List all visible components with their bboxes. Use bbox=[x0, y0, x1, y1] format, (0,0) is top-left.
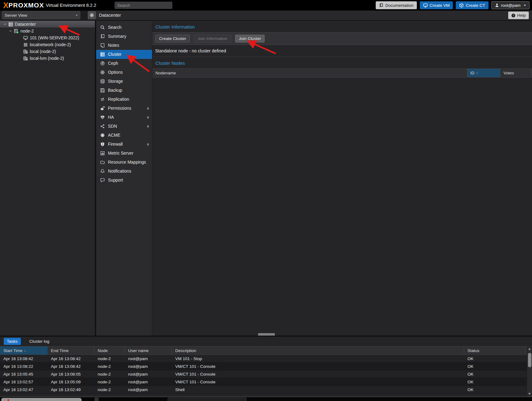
task-row[interactable]: Apr 16 13:08:22Apr 16 13:08:42node-2root… bbox=[0, 363, 532, 370]
menu-item-acme[interactable]: ACME bbox=[96, 131, 152, 140]
help-button[interactable]: ? Help bbox=[508, 11, 529, 19]
task-cell: OK bbox=[464, 363, 526, 370]
acme-icon bbox=[100, 133, 105, 138]
menu-item-options[interactable]: Options bbox=[96, 68, 152, 77]
menu-item-label: Resource Mappings bbox=[108, 160, 146, 165]
cube-icon bbox=[459, 3, 464, 8]
task-row[interactable]: Apr 16 13:08:42Apr 16 13:08:42node-2root… bbox=[0, 355, 532, 363]
tree-settings-button[interactable] bbox=[88, 11, 96, 19]
server-icon bbox=[7, 22, 14, 27]
join-cluster-button[interactable]: Join Cluster bbox=[235, 35, 265, 42]
menu-item-label: Firewall bbox=[108, 142, 123, 147]
tree-item-local-lvm-node-2[interactable]: local-lvm (node-2) bbox=[0, 55, 95, 62]
resource-tree-panel: Datacenternode-2101 (WIN-SERVER-2022)loc… bbox=[0, 20, 95, 336]
brand-name: PROXMOX bbox=[8, 2, 44, 9]
task-cell: root@pam bbox=[125, 378, 172, 386]
tree-item-local-node-2[interactable]: local (node-2) bbox=[0, 48, 95, 55]
tree-expander-icon[interactable] bbox=[2, 23, 7, 26]
menu-item-ha[interactable]: HA bbox=[96, 113, 152, 122]
chevron-down-icon bbox=[524, 5, 526, 6]
taskbar-dot-icon bbox=[7, 399, 9, 401]
tree-item-localnetwork-node-2[interactable]: localnetwork (node-2) bbox=[0, 41, 95, 48]
scrollbar-thumb[interactable] bbox=[528, 353, 531, 367]
menu-item-label: Options bbox=[108, 70, 123, 75]
task-row[interactable]: Apr 16 13:02:47Apr 16 13:02:49node-2root… bbox=[0, 386, 532, 394]
menu-item-label: HA bbox=[108, 115, 114, 120]
ceph-icon bbox=[100, 61, 105, 66]
task-cell: VM/CT 101 - Console bbox=[172, 370, 464, 378]
join-information-button[interactable]: Join Information bbox=[194, 35, 231, 42]
tasks-column-status[interactable]: Status bbox=[464, 346, 526, 355]
sdn-icon bbox=[100, 124, 105, 129]
menu-item-notes[interactable]: Notes bbox=[96, 41, 152, 50]
tab-tasks[interactable]: Tasks bbox=[4, 338, 21, 345]
lock-icon bbox=[100, 106, 105, 111]
task-row[interactable]: Apr 16 13:02:57Apr 16 13:05:09node-2root… bbox=[0, 378, 532, 386]
chart-icon bbox=[100, 151, 105, 156]
menu-item-backup[interactable]: Backup bbox=[96, 86, 152, 95]
nodes-column-nodename[interactable]: Nodename bbox=[152, 69, 467, 77]
network-icon bbox=[22, 43, 29, 47]
scroll-down-icon[interactable] bbox=[528, 393, 531, 395]
menu-item-notifications[interactable]: Notifications bbox=[96, 167, 152, 176]
heartbeat-icon bbox=[100, 115, 105, 120]
menu-item-sdn[interactable]: SDN bbox=[96, 122, 152, 131]
task-cell: node-2 bbox=[94, 355, 125, 362]
tasks-column-start-time[interactable]: Start Time↓ bbox=[0, 346, 47, 355]
menu-item-label: Metric Server bbox=[108, 151, 133, 156]
menu-item-ceph[interactable]: Ceph bbox=[96, 59, 152, 68]
task-cell: Apr 16 13:08:42 bbox=[0, 355, 47, 362]
task-cell: root@pam bbox=[125, 386, 172, 393]
tasks-column-end-time[interactable]: End Time bbox=[47, 346, 94, 355]
user-menu-button[interactable]: root@pam bbox=[491, 1, 530, 9]
breadcrumb: Datacenter bbox=[99, 13, 121, 18]
task-cell: node-2 bbox=[94, 378, 125, 386]
nodes-column-votes[interactable]: Votes bbox=[500, 69, 532, 77]
search-input[interactable] bbox=[114, 2, 172, 9]
menu-item-label: Search bbox=[108, 25, 122, 30]
tasks-column-user-name[interactable]: User name bbox=[125, 346, 172, 355]
menu-item-metric-server[interactable]: Metric Server bbox=[96, 149, 152, 158]
top-bar: X PROXMOX Virtual Environment 8.2.2 Docu… bbox=[0, 0, 532, 11]
menu-item-search[interactable]: Search bbox=[96, 23, 152, 32]
task-cell: node-2 bbox=[94, 363, 125, 370]
tree-item-101-win-server-2022[interactable]: 101 (WIN-SERVER-2022) bbox=[0, 34, 95, 41]
book-icon bbox=[379, 3, 383, 7]
task-cell: Apr 16 13:08:22 bbox=[0, 363, 47, 370]
menu-item-summary[interactable]: Summary bbox=[96, 32, 152, 41]
menu-item-support[interactable]: Support bbox=[96, 176, 152, 185]
view-selector-dropdown[interactable]: Server View ▾ bbox=[2, 11, 80, 19]
tree-item-datacenter[interactable]: Datacenter bbox=[0, 21, 95, 28]
caret-right-icon bbox=[147, 116, 149, 119]
task-cell: VM 101 - Stop bbox=[172, 355, 464, 362]
menu-item-cluster[interactable]: Cluster bbox=[96, 50, 152, 59]
tree-expander-icon[interactable] bbox=[8, 29, 13, 33]
menu-item-replication[interactable]: Replication bbox=[96, 95, 152, 104]
create-cluster-button[interactable]: Create Cluster bbox=[155, 35, 190, 42]
scroll-up-icon[interactable] bbox=[528, 348, 531, 350]
folder-icon bbox=[100, 160, 105, 165]
menu-item-label: Backup bbox=[108, 88, 122, 93]
tasks-table-header: Start Time↓End TimeNodeUser nameDescript… bbox=[0, 346, 532, 355]
column-label: End Time bbox=[51, 348, 69, 353]
tasks-column-node[interactable]: Node bbox=[94, 346, 125, 355]
tree-item-label: local-lvm (node-2) bbox=[30, 56, 64, 61]
menu-item-storage[interactable]: Storage bbox=[96, 77, 152, 86]
create-ct-button[interactable]: Create CT bbox=[456, 1, 488, 9]
menu-item-permissions[interactable]: Permissions bbox=[96, 104, 152, 113]
menu-item-resource-mappings[interactable]: Resource Mappings bbox=[96, 158, 152, 167]
tasks-scrollbar[interactable] bbox=[527, 346, 532, 397]
task-cell: node-2 bbox=[94, 370, 125, 378]
task-cell: OK bbox=[464, 355, 526, 362]
storage-icon bbox=[22, 56, 29, 61]
tree-item-node-2[interactable]: node-2 bbox=[0, 28, 95, 34]
shield-icon bbox=[100, 142, 105, 147]
task-row[interactable]: Apr 16 13:05:45Apr 16 13:08:05node-2root… bbox=[0, 370, 532, 378]
menu-item-firewall[interactable]: Firewall bbox=[96, 140, 152, 149]
tasks-column-description[interactable]: Description bbox=[172, 346, 464, 355]
documentation-button[interactable]: Documentation bbox=[376, 1, 417, 9]
create-vm-button[interactable]: Create VM bbox=[420, 1, 453, 9]
tab-cluster-log[interactable]: Cluster log bbox=[26, 338, 53, 345]
bell-icon bbox=[100, 169, 105, 174]
nodes-column-id[interactable]: ID↑ bbox=[467, 69, 500, 77]
